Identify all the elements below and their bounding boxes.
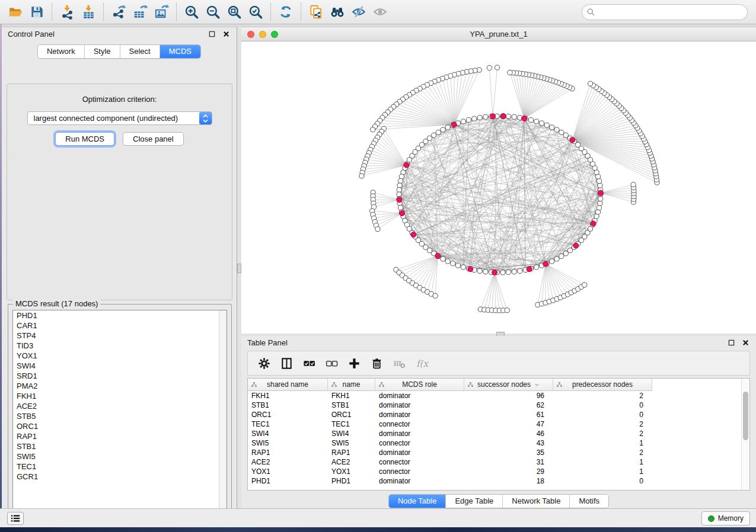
column-header-shared-name[interactable]: shared name	[248, 379, 328, 391]
memory-button[interactable]: Memory	[701, 511, 750, 525]
column-header-label: predecessor nodes	[572, 380, 633, 389]
result-list-scrollbar[interactable]	[219, 310, 227, 520]
list-item[interactable]: STP4	[13, 331, 227, 341]
table-cell: 29	[464, 467, 553, 476]
table-row[interactable]: ACE2ACE2connector311	[248, 457, 749, 467]
show-all-button[interactable]	[369, 2, 391, 21]
close-panel-button[interactable]: Close panel	[123, 132, 184, 146]
table-row[interactable]: STB1STB1dominator620	[248, 400, 749, 410]
run-mcds-button[interactable]: Run MCDS	[55, 132, 114, 146]
list-item[interactable]: STB1	[13, 441, 227, 451]
list-item[interactable]: FKH1	[13, 391, 227, 401]
tab-style[interactable]: Style	[85, 45, 120, 58]
find-button[interactable]	[327, 2, 348, 21]
open-file-button[interactable]	[5, 2, 26, 21]
table-row[interactable]: SWI5SWI5connector431	[248, 438, 749, 448]
table-cell: STB1	[248, 400, 328, 410]
close-panel-icon[interactable]	[221, 30, 231, 39]
column-header-name[interactable]: name	[328, 379, 375, 391]
table-row[interactable]: ORC1ORC1dominator610	[248, 410, 749, 419]
column-type-icon	[378, 382, 385, 388]
tab-network-table[interactable]: Network Table	[503, 495, 570, 508]
table-cell: 61	[464, 410, 553, 419]
network-canvas[interactable]	[241, 41, 756, 334]
table-row[interactable]: SWI4SWI4dominator462	[248, 429, 749, 438]
mcds-hub-node	[573, 243, 579, 248]
zoom-fit-button[interactable]	[224, 2, 245, 21]
export-table-button[interactable]	[129, 2, 151, 21]
clone-network-button[interactable]	[305, 2, 327, 21]
close-panel-icon[interactable]	[741, 338, 750, 348]
table-scrollbar-thumb[interactable]	[743, 392, 748, 440]
tab-motifs[interactable]: Motifs	[570, 495, 608, 508]
table-row[interactable]: YOX1YOX1connector291	[248, 467, 749, 476]
zoom-selected-button[interactable]	[245, 2, 266, 21]
list-item[interactable]: PHD1	[13, 310, 227, 321]
list-item[interactable]: YOX1	[13, 351, 227, 361]
gear-button[interactable]	[254, 353, 274, 373]
splitter-grip[interactable]	[237, 264, 241, 273]
find-icon	[330, 4, 345, 20]
column-header-predecessor-nodes[interactable]: predecessor nodes	[553, 379, 652, 391]
table-cell: FKH1	[248, 391, 328, 400]
table-scrollbar[interactable]	[741, 379, 749, 490]
list-item[interactable]: SRD1	[13, 371, 227, 381]
list-item[interactable]: RAP1	[13, 431, 227, 441]
search-input[interactable]	[582, 4, 748, 20]
mcds-hub-node	[490, 114, 496, 119]
export-network-button[interactable]	[108, 2, 129, 21]
column-header-MCDS-role[interactable]: MCDS role	[375, 379, 464, 391]
column-layout-button[interactable]	[276, 353, 296, 373]
select-all-icon	[302, 357, 316, 370]
optimization-criterion-select[interactable]: largest connected component (undirected)	[27, 111, 212, 125]
import-network-button[interactable]	[56, 2, 78, 21]
tab-select[interactable]: Select	[120, 45, 160, 58]
network-graph[interactable]	[241, 41, 755, 334]
delete-button[interactable]	[366, 353, 387, 373]
save-session-button[interactable]	[26, 2, 47, 21]
list-item[interactable]: GCR1	[13, 472, 227, 482]
refresh-button[interactable]	[275, 2, 296, 21]
tab-node-table[interactable]: Node Table	[389, 495, 446, 508]
tab-edge-table[interactable]: Edge Table	[446, 495, 503, 508]
hide-selected-icon	[351, 4, 366, 20]
list-item[interactable]: CAR1	[13, 321, 227, 331]
list-item[interactable]: ORC1	[13, 421, 227, 431]
column-header-successor-nodes[interactable]: successor nodes	[464, 379, 553, 391]
list-item[interactable]: STB5	[13, 411, 227, 421]
task-history-button[interactable]	[7, 512, 24, 525]
list-item[interactable]: ACE2	[13, 401, 227, 411]
list-item[interactable]: TID3	[13, 341, 227, 351]
table-cell: ORC1	[328, 410, 375, 419]
import-table-button[interactable]	[78, 2, 99, 21]
list-item[interactable]: SWI4	[13, 361, 227, 371]
tab-mcds[interactable]: MCDS	[160, 45, 200, 58]
list-item[interactable]: TEC1	[13, 462, 227, 472]
tab-network[interactable]: Network	[38, 45, 85, 58]
zoom-in-button[interactable]	[181, 2, 202, 21]
deselect-all-button[interactable]	[321, 353, 342, 373]
float-panel-icon[interactable]	[207, 30, 216, 39]
mcds-result-title: MCDS result (17 nodes)	[13, 299, 100, 308]
list-item[interactable]: SWI5	[13, 451, 227, 462]
table-row[interactable]: RAP1RAP1dominator352	[248, 448, 749, 457]
function-icon: f(x)	[415, 357, 429, 370]
table-cell: 0	[553, 476, 652, 486]
vertical-splitter[interactable]	[237, 27, 241, 508]
zoom-out-button[interactable]	[202, 2, 224, 21]
table-row[interactable]: TEC1TEC1connector472	[248, 419, 749, 429]
table-row[interactable]: PHD1PHD1dominator180	[248, 476, 749, 486]
export-image-icon	[154, 4, 169, 20]
hide-selected-button[interactable]	[348, 2, 369, 21]
select-all-button[interactable]	[299, 353, 319, 373]
table-row[interactable]: FKH1FKH1dominator962	[248, 391, 749, 400]
toolbar-separator	[301, 3, 301, 21]
export-image-button[interactable]	[151, 2, 172, 21]
list-item[interactable]: PMA2	[13, 381, 227, 391]
table-cell: 2	[553, 419, 652, 429]
table-cell: dominator	[375, 391, 464, 400]
add-button[interactable]	[344, 353, 364, 373]
float-panel-icon[interactable]	[726, 338, 736, 348]
table-cell: 1	[553, 438, 652, 448]
mcds-result-list[interactable]: PHD1CAR1STP4TID3YOX1SWI4SRD1PMA2FKH1ACE2…	[12, 310, 227, 521]
